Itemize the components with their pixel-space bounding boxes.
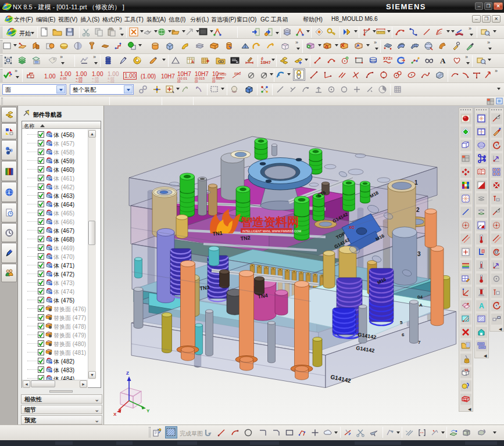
svg-text:Z: Z [126,371,129,376]
svg-text:TN1: TN1 [212,230,223,237]
svg-text:04: 04 [417,294,423,300]
svg-text:XYZ=: XYZ= [383,56,392,60]
svg-text:X: X [113,412,117,417]
svg-text:A: A [419,303,423,308]
svg-text:3: 3 [417,251,421,257]
svg-text:1: 1 [414,179,418,186]
svg-text:INTELLIGENT MANL.WWW.FMW668.CO: INTELLIGENT MANL.WWW.FMW668.COM [242,229,301,233]
svg-text:Y: Y [146,408,150,413]
svg-text:A: A [479,302,484,310]
svg-text:A: A [191,60,194,64]
svg-text:7: 7 [418,340,421,345]
svg-text:5: 5 [400,320,403,325]
svg-text:TN2: TN2 [240,235,251,242]
svg-text:10H7: 10H7 [260,60,270,65]
svg-text:智造资料网: 智造资料网 [240,215,299,228]
svg-text:XC: XC [349,225,355,229]
svg-text:H50: H50 [220,73,227,76]
svg-text:2: 2 [416,207,420,213]
svg-text:R50: R50 [234,72,241,75]
svg-text:10: 10 [464,368,469,372]
svg-text:6: 6 [402,332,405,337]
svg-text:A: A [440,56,446,65]
